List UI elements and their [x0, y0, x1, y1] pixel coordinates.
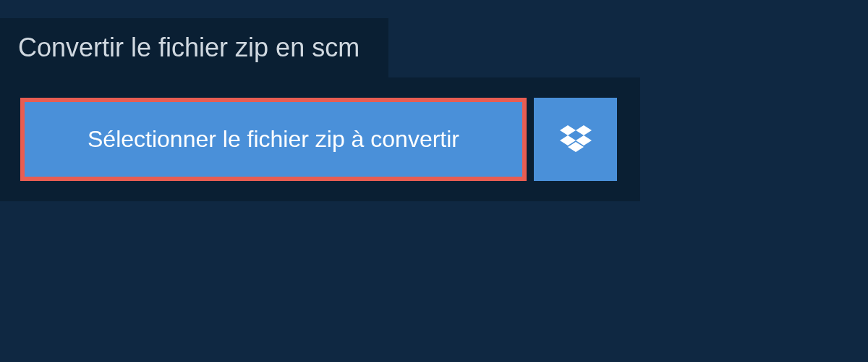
- page-title-text: Convertir le fichier zip en scm: [18, 33, 359, 62]
- upload-panel: Sélectionner le fichier zip à convertir: [0, 77, 640, 201]
- dropbox-icon: [560, 125, 592, 154]
- select-file-button[interactable]: Sélectionner le fichier zip à convertir: [20, 98, 527, 181]
- page-title: Convertir le fichier zip en scm: [0, 18, 388, 77]
- dropbox-button[interactable]: [534, 98, 617, 181]
- button-row: Sélectionner le fichier zip à convertir: [20, 98, 620, 181]
- select-file-label: Sélectionner le fichier zip à convertir: [88, 126, 459, 153]
